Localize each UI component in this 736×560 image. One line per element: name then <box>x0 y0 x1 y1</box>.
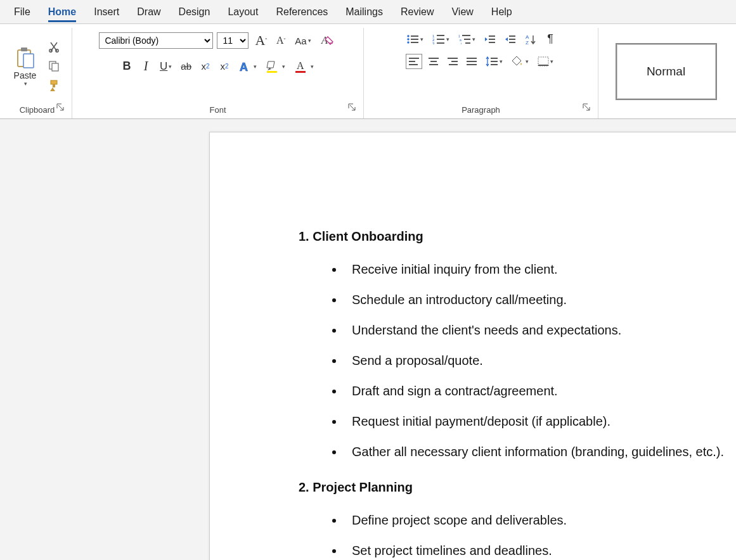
svg-rect-54 <box>491 64 498 65</box>
svg-rect-51 <box>467 64 477 65</box>
svg-rect-13 <box>295 71 306 73</box>
text-effects-button[interactable]: A▾ <box>236 58 259 75</box>
grow-font-button[interactable]: Aˆ <box>252 30 269 51</box>
tab-design[interactable]: Design <box>170 3 219 22</box>
style-normal[interactable]: Normal <box>616 43 717 100</box>
group-styles: Normal <box>598 28 733 118</box>
tab-help[interactable]: Help <box>482 3 521 22</box>
document-page[interactable]: 1. Client OnboardingReceive initial inqu… <box>209 132 736 560</box>
clear-formatting-button[interactable]: A <box>318 32 337 49</box>
section-bullet-list[interactable]: Define project scope and deliverables.Se… <box>299 505 736 560</box>
font-size-select[interactable]: 11 <box>217 32 249 49</box>
show-hide-paragraph-button[interactable]: ¶ <box>543 30 558 48</box>
increase-indent-button[interactable] <box>502 32 519 47</box>
svg-rect-41 <box>409 61 415 62</box>
svg-rect-55 <box>538 57 548 66</box>
paragraph-group-label: Paragraph <box>462 105 500 115</box>
tab-file[interactable]: File <box>5 3 39 22</box>
svg-rect-47 <box>451 61 458 62</box>
svg-rect-21 <box>437 35 444 36</box>
svg-rect-40 <box>409 58 419 59</box>
svg-rect-25 <box>437 42 444 44</box>
multilevel-list-button[interactable]: 1ai▾ <box>456 32 478 47</box>
document-workspace[interactable]: 1. Client OnboardingReceive initial inqu… <box>0 119 736 560</box>
tab-references[interactable]: References <box>267 3 337 22</box>
list-item[interactable]: Gather all necessary client information … <box>344 436 736 467</box>
subscript-button[interactable]: x2 <box>198 59 213 74</box>
borders-button[interactable]: ▾ <box>535 54 556 69</box>
svg-rect-35 <box>509 35 515 37</box>
superscript-button[interactable]: x2 <box>217 59 232 74</box>
tab-insert[interactable]: Insert <box>85 3 128 22</box>
svg-text:A: A <box>240 61 248 73</box>
justify-button[interactable] <box>464 54 479 69</box>
section-heading[interactable]: 2. Project Planning <box>299 478 736 496</box>
italic-button[interactable]: I <box>138 57 153 75</box>
svg-rect-19 <box>411 42 418 43</box>
font-name-select[interactable]: Calibri (Body) <box>99 32 213 49</box>
group-font: Calibri (Body) 11 Aˆ Aˇ Aa▾ A <box>72 28 364 118</box>
svg-rect-11 <box>267 71 277 73</box>
font-launcher[interactable] <box>344 99 359 115</box>
bullets-button[interactable]: ▾ <box>404 32 426 47</box>
document-body[interactable]: 1. Client OnboardingReceive initial inqu… <box>299 227 736 560</box>
align-right-button[interactable] <box>445 54 460 69</box>
paste-caret[interactable]: ▾ <box>23 80 27 87</box>
list-item[interactable]: Send a proposal/quote. <box>344 345 736 376</box>
tab-review[interactable]: Review <box>392 3 442 22</box>
tab-draw[interactable]: Draw <box>128 3 169 22</box>
svg-rect-6 <box>52 63 58 71</box>
list-item[interactable]: Set project timelines and deadlines. <box>344 535 736 560</box>
shading-button[interactable]: ▾ <box>509 54 531 69</box>
svg-rect-43 <box>429 58 439 59</box>
paste-button[interactable]: Paste ▾ <box>11 44 39 89</box>
underline-button[interactable]: U▾ <box>157 58 174 75</box>
list-item[interactable]: Understand the client's needs and expect… <box>344 315 736 345</box>
section-heading[interactable]: 1. Client Onboarding <box>299 227 736 245</box>
list-item[interactable]: Receive initial inquiry from the client. <box>344 254 736 284</box>
svg-rect-45 <box>429 64 438 65</box>
tab-view[interactable]: View <box>442 3 482 22</box>
cut-button[interactable] <box>45 39 63 54</box>
highlight-button[interactable]: ▾ <box>263 58 288 75</box>
group-paragraph: ▾ 123▾ 1ai▾ AZ ¶ <box>364 28 598 118</box>
group-clipboard: Paste ▾ Clipboard <box>3 28 72 118</box>
decrease-indent-button[interactable] <box>482 32 498 47</box>
list-item[interactable]: Schedule an introductory call/meeting. <box>344 284 736 315</box>
svg-rect-42 <box>409 64 418 65</box>
change-case-button[interactable]: Aa▾ <box>292 33 313 48</box>
font-color-button[interactable]: A▾ <box>292 58 316 75</box>
align-left-button[interactable] <box>406 54 422 69</box>
font-group-label: Font <box>209 105 226 115</box>
section-bullet-list[interactable]: Receive initial inquiry from the client.… <box>299 254 736 467</box>
ribbon-tabs: FileHomeInsertDrawDesignLayoutReferences… <box>0 0 736 24</box>
align-center-button[interactable] <box>426 54 441 69</box>
svg-text:Z: Z <box>526 40 529 45</box>
numbering-button[interactable]: 123▾ <box>430 32 452 47</box>
svg-rect-27 <box>462 35 470 36</box>
svg-rect-17 <box>411 39 418 40</box>
tab-layout[interactable]: Layout <box>219 3 267 22</box>
svg-rect-48 <box>449 64 458 65</box>
svg-rect-15 <box>411 35 418 37</box>
svg-rect-50 <box>467 61 477 62</box>
paragraph-launcher[interactable] <box>579 99 594 115</box>
list-item[interactable]: Request initial payment/deposit (if appl… <box>344 406 736 436</box>
tab-home[interactable]: Home <box>39 3 85 22</box>
clipboard-launcher[interactable] <box>53 99 68 115</box>
copy-button[interactable] <box>45 58 63 73</box>
line-spacing-button[interactable]: ▾ <box>483 54 505 69</box>
tab-mailings[interactable]: Mailings <box>337 3 392 22</box>
strikethrough-button[interactable]: ab <box>178 59 194 74</box>
format-painter-button[interactable] <box>45 77 63 94</box>
style-normal-label: Normal <box>647 65 685 79</box>
list-item[interactable]: Define project scope and deliverables. <box>344 505 736 535</box>
svg-rect-2 <box>23 54 34 68</box>
svg-text:A: A <box>297 60 304 71</box>
svg-point-18 <box>407 41 409 43</box>
sort-button[interactable]: AZ <box>522 32 539 47</box>
shrink-font-button[interactable]: Aˇ <box>273 33 288 48</box>
bold-button[interactable]: B <box>119 58 134 75</box>
list-item[interactable]: Draft and sign a contract/agreement. <box>344 376 736 406</box>
svg-rect-8 <box>53 84 55 87</box>
